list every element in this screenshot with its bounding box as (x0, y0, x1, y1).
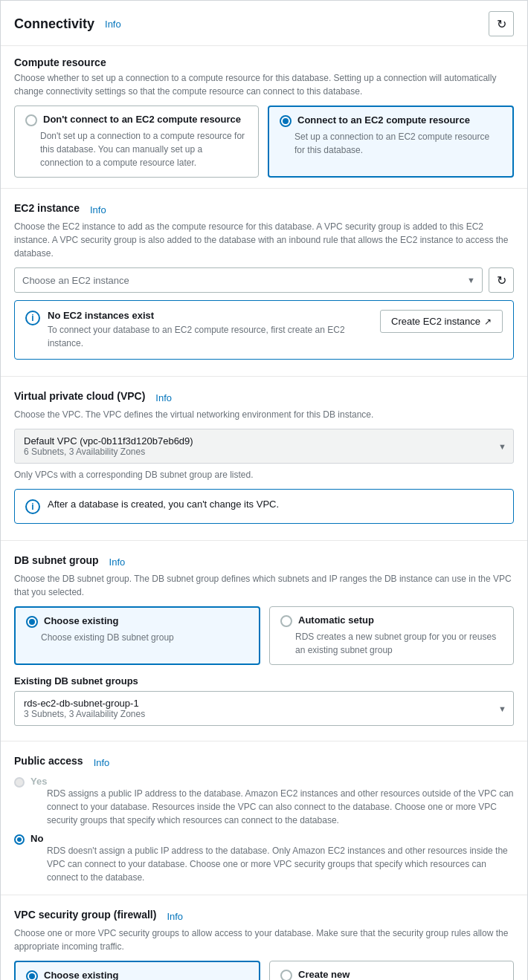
compute-resource-label: Compute resource (14, 56, 514, 68)
no-ec2-content: No EC2 instances exist To connect your d… (48, 310, 373, 350)
vpc-select-display: Default VPC (vpc-0b11f3d120b7eb6d9) 6 Su… (14, 429, 514, 464)
ec2-refresh-button[interactable]: ↻ (489, 267, 514, 293)
compute-option-dont-connect[interactable]: Don't connect to an EC2 compute resource… (14, 106, 259, 178)
vpc-sg-label: VPC security group (firewall) (14, 909, 156, 921)
refresh-button[interactable]: ↻ (489, 11, 514, 36)
compute-option-connect-desc: Set up a connection to an EC2 compute re… (294, 130, 502, 157)
vpc-label: Virtual private cloud (VPC) (14, 390, 145, 402)
vpc-warning-box: i After a database is created, you can't… (14, 489, 514, 524)
db-subnet-choose-existing-desc: Choose existing DB subnet group (41, 631, 248, 644)
refresh-icon: ↻ (497, 17, 506, 31)
public-access-no-desc: RDS doesn't assign a public IP address t… (47, 844, 514, 884)
compute-resource-section: Compute resource Choose whether to set u… (1, 46, 527, 185)
no-ec2-title: No EC2 instances exist (48, 310, 373, 321)
vpc-note: Only VPCs with a corresponding DB subnet… (14, 468, 514, 481)
ec2-refresh-icon: ↻ (497, 273, 506, 288)
create-ec2-instance-button[interactable]: Create EC2 instance ↗ (380, 310, 503, 333)
vpc-sg-info-link[interactable]: Info (167, 911, 183, 922)
no-ec2-desc: To connect your database to an EC2 compu… (48, 323, 373, 350)
vpc-value: Default VPC (vpc-0b11f3d120b7eb6d9) (24, 435, 491, 447)
db-subnet-group-section: DB subnet group Info Choose the DB subne… (1, 544, 527, 672)
vpc-sg-create-new[interactable]: Create new Create new VPC security group (269, 961, 514, 980)
compute-option-dont-connect-title: Don't connect to an EC2 compute resource (43, 114, 241, 125)
page-title: Connectivity (14, 16, 94, 32)
vpc-sg-choose-existing[interactable]: Choose existing Choose existing VPC secu… (14, 961, 260, 980)
vpc-sg-new-title: Create new (298, 969, 350, 980)
db-subnet-desc: Choose the DB subnet group. The DB subne… (14, 572, 514, 599)
vpc-sg-existing-title: Choose existing (44, 970, 118, 980)
db-subnet-choose-existing-title: Choose existing (44, 615, 118, 626)
public-access-no-label: No (30, 833, 514, 844)
existing-db-subnet-sub: 3 Subnets, 3 Availability Zones (24, 709, 491, 719)
ec2-instance-info-link[interactable]: Info (90, 204, 106, 215)
compute-radio-dont-connect (25, 114, 37, 126)
public-access-section: Public access Info Yes RDS assigns a pub… (1, 744, 527, 892)
db-subnet-options: Choose existing Choose existing DB subne… (14, 606, 514, 665)
ec2-instance-select[interactable]: Choose an EC2 instance (14, 267, 483, 293)
compute-option-dont-connect-desc: Don't set up a connection to a compute r… (40, 129, 248, 169)
vpc-warning-content: After a database is created, you can't c… (48, 499, 503, 510)
vpc-desc: Choose the VPC. The VPC defines the virt… (14, 408, 514, 421)
create-ec2-label: Create EC2 instance (391, 316, 480, 327)
db-subnet-label: DB subnet group (14, 554, 99, 566)
existing-db-subnet-label: Existing DB subnet groups (14, 675, 514, 687)
db-subnet-automatic-title: Automatic setup (298, 614, 374, 626)
db-subnet-info-link[interactable]: Info (109, 556, 126, 568)
page-header: Connectivity Info ↻ (1, 1, 527, 46)
compute-resource-desc: Choose whether to set up a connection to… (14, 71, 514, 98)
public-access-radio-yes (14, 777, 25, 788)
vpc-warning-icon: i (25, 499, 40, 514)
vpc-warning-text: After a database is created, you can't c… (48, 499, 279, 510)
public-access-yes-desc: RDS assigns a public IP address to the d… (47, 787, 514, 827)
vpc-section: Virtual private cloud (VPC) Info Choose … (1, 380, 527, 537)
compute-option-connect-title: Connect to an EC2 compute resource (297, 114, 470, 126)
vpc-sub: 6 Subnets, 3 Availability Zones (24, 447, 491, 457)
existing-db-subnet-display: rds-ec2-db-subnet-group-1 3 Subnets, 3 A… (14, 691, 514, 726)
vpc-security-group-section: VPC security group (firewall) Info Choos… (1, 898, 527, 980)
no-ec2-instances-box: i No EC2 instances exist To connect your… (14, 300, 514, 360)
header-info-link[interactable]: Info (105, 19, 121, 30)
ec2-instance-select-wrapper: Choose an EC2 instance ▼ (14, 267, 483, 293)
public-access-options: Yes RDS assigns a public IP address to t… (14, 776, 514, 884)
vpc-sg-radio-existing (26, 970, 38, 980)
db-subnet-automatic-setup[interactable]: Automatic setup RDS creates a new subnet… (269, 606, 514, 665)
no-ec2-info-icon: i (25, 311, 40, 325)
existing-db-subnet-section: Existing DB subnet groups rds-ec2-db-sub… (1, 672, 527, 738)
db-subnet-choose-existing[interactable]: Choose existing Choose existing DB subne… (14, 606, 260, 665)
ec2-instance-section: EC2 instance Info Choose the EC2 instanc… (1, 192, 527, 373)
ec2-instance-select-row: Choose an EC2 instance ▼ ↻ (14, 267, 514, 293)
public-access-info-link[interactable]: Info (94, 757, 110, 768)
public-access-no[interactable]: No RDS doesn't assign a public IP addres… (14, 833, 514, 884)
public-access-yes[interactable]: Yes RDS assigns a public IP address to t… (14, 776, 514, 827)
vpc-sg-options: Choose existing Choose existing VPC secu… (14, 961, 514, 980)
existing-db-subnet-value: rds-ec2-db-subnet-group-1 (24, 698, 491, 709)
ec2-instance-label: EC2 instance (14, 202, 80, 214)
vpc-select-wrapper: Default VPC (vpc-0b11f3d120b7eb6d9) 6 Su… (14, 429, 514, 464)
public-access-yes-label: Yes (30, 776, 514, 787)
db-subnet-radio-automatic (280, 615, 292, 627)
db-subnet-radio-choose-existing (26, 616, 38, 628)
compute-radio-connect (280, 115, 292, 127)
public-access-radio-no (14, 834, 25, 845)
compute-option-connect[interactable]: Connect to an EC2 compute resource Set u… (268, 106, 514, 178)
db-subnet-automatic-desc: RDS creates a new subnet group for you o… (295, 630, 503, 657)
vpc-sg-radio-new (280, 970, 292, 980)
vpc-sg-desc: Choose one or more VPC security groups t… (14, 927, 514, 953)
compute-resource-options: Don't connect to an EC2 compute resource… (14, 106, 514, 178)
create-ec2-external-icon: ↗ (484, 317, 492, 327)
public-access-label: Public access (14, 755, 83, 767)
existing-db-subnet-wrapper[interactable]: rds-ec2-db-subnet-group-1 3 Subnets, 3 A… (14, 691, 514, 726)
vpc-info-link[interactable]: Info (155, 392, 172, 403)
ec2-instance-desc: Choose the EC2 instance to add as the co… (14, 220, 514, 260)
